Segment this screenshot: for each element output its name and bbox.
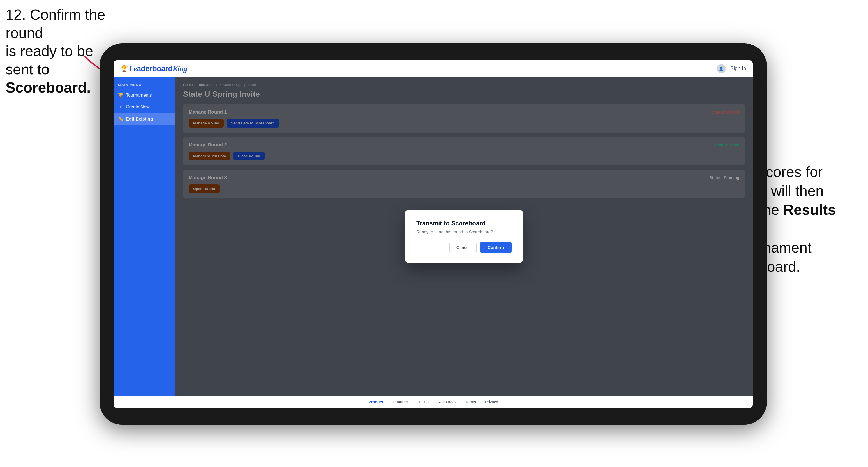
avatar: 👤 bbox=[717, 64, 726, 73]
sidebar: MAIN MENU 🏆 Tournaments + Create New ✏️ … bbox=[114, 77, 175, 396]
sidebar-item-create-new[interactable]: + Create New bbox=[114, 101, 175, 113]
footer-link-resources[interactable]: Resources bbox=[438, 400, 457, 404]
footer-link-terms[interactable]: Terms bbox=[465, 400, 476, 404]
instruction-line3: Scoreboard. bbox=[6, 79, 91, 96]
main-area: MAIN MENU 🏆 Tournaments + Create New ✏️ … bbox=[114, 77, 753, 396]
plus-icon: + bbox=[118, 104, 123, 110]
instruction-right-bold: Results bbox=[783, 201, 836, 218]
footer-link-features[interactable]: Features bbox=[392, 400, 408, 404]
footer-link-pricing[interactable]: Pricing bbox=[416, 400, 429, 404]
tablet-shell: 🏆 LeaderboardKing 👤 Sign In MAIN MENU 🏆 … bbox=[99, 43, 767, 425]
tablet-screen: 🏆 LeaderboardKing 👤 Sign In MAIN MENU 🏆 … bbox=[114, 60, 753, 408]
sidebar-tournaments-label: Tournaments bbox=[126, 93, 152, 98]
modal-actions: Cancel Confirm bbox=[416, 242, 512, 253]
sidebar-edit-existing-label: Edit Existing bbox=[126, 117, 153, 122]
nav-right: 👤 Sign In bbox=[717, 64, 746, 73]
sidebar-item-tournaments[interactable]: 🏆 Tournaments bbox=[114, 89, 175, 101]
sign-in-link[interactable]: Sign In bbox=[730, 66, 746, 71]
sidebar-section-label: MAIN MENU bbox=[114, 83, 175, 89]
instruction-line2: is ready to be sent to bbox=[6, 43, 93, 77]
instruction-line1: 12. Confirm the round bbox=[6, 6, 105, 41]
cancel-button[interactable]: Cancel bbox=[450, 242, 476, 253]
modal-subtitle: Ready to send this round to Scoreboard? bbox=[416, 229, 512, 234]
trophy-icon: 🏆 bbox=[118, 93, 123, 98]
top-nav: 🏆 LeaderboardKing 👤 Sign In bbox=[114, 60, 753, 77]
content-area: Home / Tournaments / State U Spring Invi… bbox=[175, 77, 753, 396]
logo-area: 🏆 LeaderboardKing bbox=[120, 64, 187, 73]
sidebar-create-new-label: Create New bbox=[126, 104, 149, 110]
confirm-button[interactable]: Confirm bbox=[480, 242, 512, 253]
footer-link-privacy[interactable]: Privacy bbox=[485, 400, 498, 404]
modal-title: Transmit to Scoreboard bbox=[416, 220, 512, 227]
logo-text: LeaderboardKing bbox=[129, 64, 187, 73]
edit-icon: ✏️ bbox=[118, 116, 123, 122]
footer-link-product[interactable]: Product bbox=[368, 400, 383, 404]
transmit-modal: Transmit to Scoreboard Ready to send thi… bbox=[405, 210, 523, 263]
footer: Product Features Pricing Resources Terms… bbox=[114, 396, 753, 408]
logo-cup-icon: 🏆 bbox=[120, 65, 128, 72]
sidebar-item-edit-existing[interactable]: ✏️ Edit Existing bbox=[114, 113, 175, 125]
sign-in-label: Sign In bbox=[730, 66, 746, 71]
